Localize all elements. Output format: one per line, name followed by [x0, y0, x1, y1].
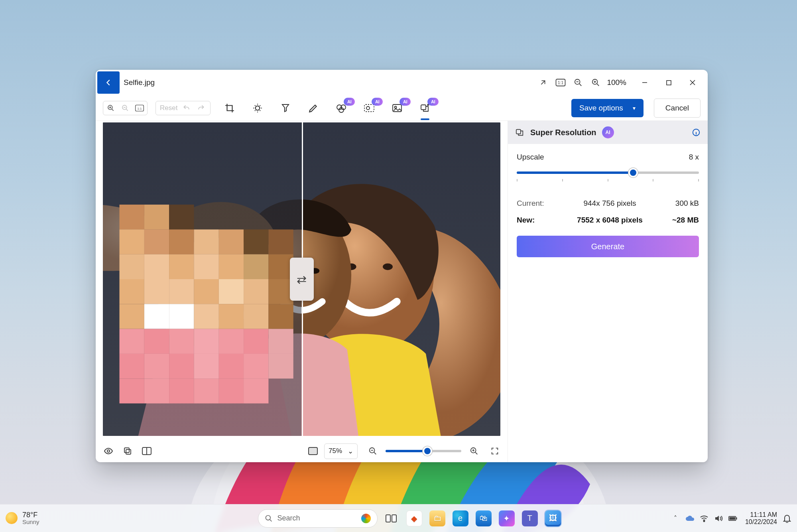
restyle-tool[interactable]: AI	[386, 100, 408, 116]
svg-rect-61	[194, 329, 218, 354]
svg-rect-45	[244, 254, 268, 279]
svg-rect-79	[268, 304, 293, 329]
svg-rect-70	[120, 378, 144, 403]
super-resolution-icon	[515, 128, 525, 137]
close-button[interactable]	[681, 74, 705, 91]
explorer-app[interactable]: 🗀	[428, 509, 447, 528]
info-icon[interactable]	[692, 128, 701, 137]
back-button[interactable]	[97, 71, 120, 94]
svg-rect-18	[421, 105, 426, 110]
save-options-button[interactable]: Save options ▾	[571, 99, 644, 117]
current-dims: 944x 756 pixels	[565, 199, 655, 208]
fit-icon[interactable]: 1:1	[134, 103, 145, 113]
generate-button[interactable]: Generate	[517, 236, 699, 257]
adjust-tool[interactable]	[246, 100, 269, 116]
zoom-out-icon[interactable]	[569, 74, 587, 91]
weather-widget[interactable]: 78°F Sunny	[6, 511, 39, 525]
photos-app[interactable]: 🖼	[543, 509, 563, 528]
svg-rect-74	[219, 378, 244, 403]
maximize-button[interactable]	[657, 74, 681, 91]
tray-chevron-icon[interactable]: ˄	[671, 514, 680, 523]
upscale-slider-thumb[interactable]	[628, 168, 638, 177]
fit-screen-icon[interactable]	[305, 443, 321, 459]
svg-point-15	[366, 106, 370, 110]
teams-app[interactable]: T	[520, 509, 539, 528]
layers-icon[interactable]	[120, 443, 136, 459]
new-size: ~28 MB	[655, 216, 699, 225]
svg-rect-44	[219, 254, 244, 279]
svg-rect-67	[194, 354, 218, 378]
taskbar-clock[interactable]: 11:11 AM 10/22/2024	[745, 511, 777, 525]
chevron-down-icon: ⌄	[348, 447, 353, 455]
ai-badge: AI	[372, 98, 383, 106]
erase-tool[interactable]: AI	[330, 100, 352, 116]
super-resolution-tool[interactable]: AI	[414, 100, 436, 116]
ai-badge: AI	[344, 98, 355, 106]
notifications-icon[interactable]	[783, 514, 791, 523]
store-app[interactable]: 🛍	[474, 509, 493, 528]
preview-eye-icon[interactable]	[100, 443, 116, 459]
undo-icon[interactable]	[181, 103, 192, 113]
volume-icon[interactable]	[714, 514, 723, 523]
redo-icon[interactable]	[196, 103, 206, 113]
split-view-icon[interactable]	[139, 443, 155, 459]
comparison-handle[interactable]: ⇄	[290, 258, 314, 301]
search-highlight-icon	[361, 514, 371, 523]
onedrive-icon[interactable]	[685, 514, 694, 523]
zoom-in-footer-icon[interactable]	[466, 443, 482, 459]
zoom-select[interactable]: 75% ⌄	[324, 443, 358, 459]
reset-label[interactable]: Reset	[160, 104, 177, 112]
photos-editor-window: Selfie.jpg 1:1 100%	[96, 70, 708, 462]
background-tool[interactable]: AI	[358, 100, 380, 116]
svg-rect-58	[120, 329, 144, 354]
svg-point-22	[383, 264, 393, 270]
current-label: Current:	[517, 199, 565, 208]
crop-tool[interactable]	[218, 100, 241, 116]
zoom-slider[interactable]	[386, 450, 461, 452]
m365-app[interactable]: ◆	[405, 509, 424, 528]
clock-time: 11:11 AM	[745, 511, 777, 518]
svg-point-95	[704, 520, 705, 522]
svg-rect-65	[144, 354, 169, 378]
svg-rect-55	[194, 304, 218, 329]
zoom-out-footer-icon[interactable]	[365, 443, 381, 459]
svg-rect-68	[219, 354, 244, 378]
fullscreen-icon[interactable]	[534, 74, 552, 91]
zoom-percent-label: 100%	[607, 78, 626, 87]
battery-icon[interactable]	[728, 514, 737, 523]
image-canvas[interactable]: ⇄	[103, 122, 500, 436]
svg-rect-76	[268, 229, 293, 254]
upscale-slider[interactable]	[517, 167, 699, 178]
zoom-in-small-icon[interactable]	[106, 103, 116, 113]
taskbar-search[interactable]: Search	[258, 509, 378, 528]
svg-point-17	[395, 106, 397, 108]
svg-rect-37	[194, 229, 218, 254]
svg-rect-52	[120, 304, 144, 329]
expand-canvas-icon[interactable]	[487, 443, 503, 459]
minimize-button[interactable]	[633, 74, 657, 91]
zoom-in-icon[interactable]	[587, 74, 604, 91]
markup-tool[interactable]	[302, 100, 325, 116]
ai-badge: AI	[602, 126, 614, 138]
cancel-button[interactable]: Cancel	[654, 99, 701, 118]
start-button[interactable]	[235, 509, 254, 528]
copilot-app[interactable]: ✦	[497, 509, 516, 528]
zoom-slider-thumb[interactable]	[423, 446, 432, 456]
svg-rect-62	[219, 329, 244, 354]
panel-title: Super Resolution	[530, 128, 596, 137]
wifi-icon[interactable]	[700, 514, 708, 523]
svg-rect-66	[169, 354, 194, 378]
svg-rect-31	[120, 205, 144, 229]
edge-app[interactable]: e	[451, 509, 470, 528]
current-size: 300 kB	[655, 199, 699, 208]
svg-rect-57	[244, 304, 268, 329]
svg-rect-60	[169, 329, 194, 354]
actual-size-icon[interactable]: 1:1	[552, 74, 569, 91]
svg-rect-49	[194, 279, 218, 304]
task-view-button[interactable]	[382, 509, 401, 528]
zoom-out-small-icon[interactable]	[120, 103, 130, 113]
svg-point-92	[266, 515, 270, 520]
filter-tool[interactable]	[274, 100, 297, 116]
svg-rect-54	[169, 304, 194, 329]
svg-rect-41	[144, 254, 169, 279]
